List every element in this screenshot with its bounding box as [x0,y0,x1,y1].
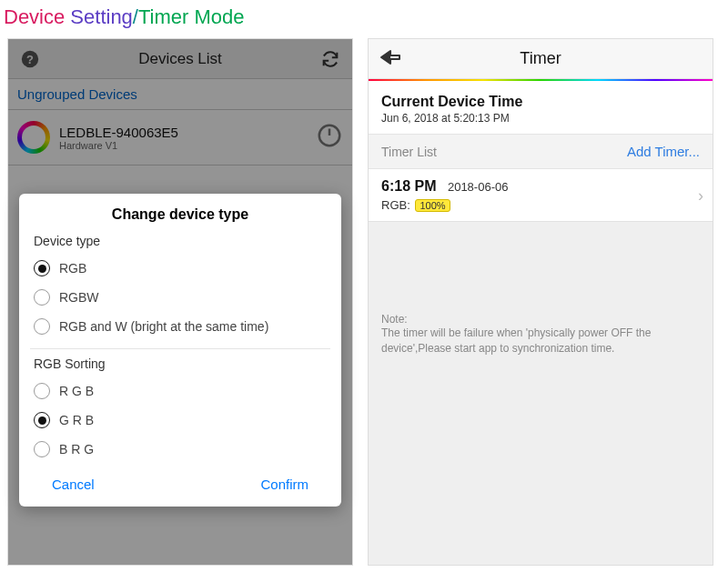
radio-label: RGBW [59,290,99,305]
radio-icon [34,289,50,306]
percent-badge: 100% [415,199,450,212]
modal-title: Change device type [34,206,327,223]
radio-rgb[interactable]: RGB [34,254,327,283]
chevron-right-icon: › [698,186,703,205]
note-area: Note: The timer will be failure when 'ph… [369,222,713,565]
group-device-type-label: Device type [34,234,327,248]
heading-part-2: Setting [70,5,133,28]
back-arrow-icon[interactable] [379,49,403,69]
radio-icon [34,260,50,276]
timer-rgb-row: RGB: 100% [381,198,700,212]
radio-label: B R G [59,442,94,457]
timer-date: 2018-06-06 [448,180,509,194]
radio-label: R G B [59,384,94,398]
heading-part-1: Device [4,5,70,28]
heading-part-4: Timer Mode [138,5,245,28]
nav-bar: Timer [369,39,713,79]
timer-list-label: Timer List [381,145,437,159]
radio-icon [34,318,50,335]
radio-label: G R B [59,413,94,427]
change-device-type-modal: Change device type Device type RGB RGBW … [19,194,341,507]
radio-icon [34,412,50,428]
radio-icon [34,383,50,399]
divider [30,348,330,349]
screen-timer: Timer Current Device Time Jun 6, 2018 at… [368,38,713,566]
note-body: The timer will be failure when 'physical… [381,326,700,356]
nav-title: Timer [403,49,678,68]
radio-sort-rgb[interactable]: R G B [34,376,327,406]
radio-label: RGB [59,261,86,276]
current-device-time-value: Jun 6, 2018 at 5:20:13 PM [381,112,700,125]
group-rgb-sorting-label: RGB Sorting [34,356,327,371]
page-heading: Device Setting/Timer Mode [0,0,728,38]
note-heading: Note: [381,313,700,326]
current-device-time-block: Current Device Time Jun 6, 2018 at 5:20:… [369,81,713,134]
radio-sort-brg[interactable]: B R G [34,435,327,464]
radio-sort-grb[interactable]: G R B [34,406,327,435]
cancel-button[interactable]: Cancel [52,477,95,492]
screen-device-setting: ? Devices List Ungrouped Devices LEDBLE-… [7,38,353,566]
confirm-button[interactable]: Confirm [260,477,308,492]
timer-time: 6:18 PM [381,178,436,195]
radio-rgbw[interactable]: RGBW [34,283,327,312]
current-device-time-title: Current Device Time [381,94,700,110]
radio-icon [34,441,50,457]
timer-rgb-label: RGB: [381,198,413,212]
timer-list-header: Timer List Add Timer... [369,134,713,169]
radio-label: RGB and W (bright at the same time) [59,319,268,334]
add-timer-button[interactable]: Add Timer... [627,144,700,159]
timer-item[interactable]: 6:18 PM 2018-06-06 RGB: 100% › [369,169,713,222]
radio-rgb-and-w[interactable]: RGB and W (bright at the same time) [34,312,327,341]
